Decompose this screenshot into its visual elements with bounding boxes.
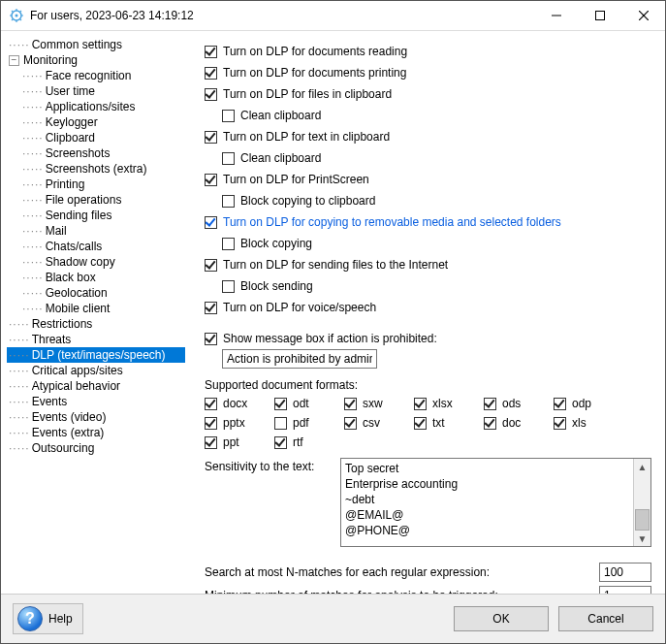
tree-leaf-icon: ····· [9,409,30,425]
tree-item[interactable]: ·····Events (extra) [7,425,185,440]
maximize-button[interactable] [578,2,621,30]
tree-item[interactable]: ·····Sending files [7,208,185,223]
help-button[interactable]: ? Help [13,603,83,634]
tree-toggle-icon[interactable]: − [9,55,19,66]
tree-leaf-icon: ····· [22,68,44,83]
scrollbar[interactable]: ▲ ▼ [633,459,650,546]
sensitivity-item[interactable]: Top secret [345,461,629,476]
minimize-button[interactable] [534,2,578,30]
tree-item[interactable]: ·····Applications/sites [7,99,185,114]
checkbox-format-txt[interactable] [414,417,427,430]
scroll-down-icon[interactable]: ▼ [634,531,650,546]
checkbox-format-xls[interactable] [554,417,566,430]
tree-leaf-icon: ····· [22,145,44,161]
checkbox-dlp-option[interactable] [205,216,217,229]
checkbox-dlp-option[interactable] [205,174,217,186]
sensitivity-list[interactable]: Top secretEnterprise accounting~debt@EMA… [340,458,651,547]
dialog-footer: ? Help OK Cancel [1,594,665,643]
tree-leaf-icon: ····· [22,239,44,254]
checkbox-dlp-suboption[interactable] [222,152,235,165]
sensitivity-item[interactable]: @EMAIL@ [345,507,629,523]
sensitivity-item[interactable]: @PHONE@ [345,523,629,538]
tree-item-label: Outsourcing [32,440,95,456]
tree-leaf-icon: ····· [22,192,44,208]
tree-item[interactable]: ·····Printing [7,177,185,192]
tree-item[interactable]: −Monitoring [7,52,185,68]
tree-item[interactable]: ·····Screenshots [7,145,185,161]
tree-leaf-icon: ····· [9,425,30,440]
checkbox-format-pptx[interactable] [205,417,217,430]
tree-item-label: Common settings [32,37,122,52]
scroll-thumb[interactable] [635,509,650,531]
label-format: pptx [223,416,245,430]
tree-item[interactable]: ·····Threats [7,332,185,347]
tree-leaf-icon: ····· [22,301,44,316]
checkbox-dlp-option[interactable] [205,131,217,144]
label-dlp-option: Turn on DLP for documents reading [223,45,407,58]
prohibited-message-input[interactable] [222,349,377,369]
sensitivity-item[interactable]: Enterprise accounting [345,476,629,492]
n-matches-input[interactable] [599,563,651,582]
label-format: csv [363,416,380,430]
label-format: odp [572,397,591,410]
checkbox-dlp-option[interactable] [205,302,217,314]
checkbox-format-csv[interactable] [344,417,357,430]
label-dlp-suboption: Block copying to clipboard [240,194,375,208]
tree-item[interactable]: ·····Face recognition [7,68,185,83]
checkbox-format-ods[interactable] [484,398,496,410]
tree-item[interactable]: ·····Events (video) [7,409,185,425]
checkbox-format-ppt[interactable] [205,436,217,449]
checkbox-format-odt[interactable] [274,398,287,410]
checkbox-dlp-option[interactable] [205,259,217,272]
checkbox-dlp-suboption[interactable] [222,110,235,122]
checkbox-format-docx[interactable] [205,398,217,410]
tree-item[interactable]: ·····User time [7,83,185,99]
label-dlp-option: Turn on DLP for sending files to the Int… [223,258,448,272]
label-format: pdf [293,416,309,430]
checkbox-show-message[interactable] [205,333,217,345]
ok-button[interactable]: OK [454,606,549,631]
tree-item[interactable]: ·····Critical apps/sites [7,363,185,378]
tree-item-label: Black box [46,270,96,285]
tree-item[interactable]: ·····Clipboard [7,130,185,145]
settings-tree[interactable]: ·····Common settings−Monitoring·····Face… [1,31,187,594]
tree-item-label: Sending files [46,208,112,223]
tree-item[interactable]: ·····Mobile client [7,301,185,316]
checkbox-format-odp[interactable] [554,398,566,410]
tree-item[interactable]: ·····Outsourcing [7,440,185,456]
tree-item-label: Threats [32,332,72,347]
tree-item[interactable]: ·····Restrictions [7,316,185,332]
close-button[interactable] [621,2,665,30]
checkbox-dlp-suboption[interactable] [222,195,235,208]
checkbox-format-xlsx[interactable] [414,398,427,410]
tree-item[interactable]: ·····Keylogger [7,114,185,130]
tree-item[interactable]: ·····Chats/calls [7,239,185,254]
checkbox-dlp-suboption[interactable] [222,238,235,250]
min-matches-input[interactable] [599,586,651,594]
tree-item[interactable]: ·····Mail [7,223,185,239]
tree-item[interactable]: ·····Screenshots (extra) [7,161,185,177]
sensitivity-item[interactable]: ~debt [345,492,629,507]
checkbox-dlp-option[interactable] [205,88,217,101]
tree-item[interactable]: ·····Black box [7,270,185,285]
tree-item[interactable]: ·····Geolocation [7,285,185,301]
tree-item[interactable]: ·····Events [7,394,185,409]
tree-item[interactable]: ·····File operations [7,192,185,208]
svg-rect-3 [595,12,604,20]
checkbox-dlp-option[interactable] [205,46,217,58]
checkbox-format-rtf[interactable] [274,436,287,449]
checkbox-dlp-suboption[interactable] [222,280,235,293]
cancel-button[interactable]: Cancel [558,606,653,631]
tree-item[interactable]: ·····Atypical behavior [7,378,185,394]
scroll-up-icon[interactable]: ▲ [634,459,650,474]
checkbox-format-sxw[interactable] [344,398,357,410]
tree-item[interactable]: ·····Shadow copy [7,254,185,270]
label-formats: Supported document formats: [205,378,651,392]
tree-item[interactable]: ·····Common settings [7,37,185,52]
checkbox-format-doc[interactable] [484,417,496,430]
tree-item[interactable]: ·····DLP (text/images/speech) [7,347,185,363]
checkbox-dlp-option[interactable] [205,67,217,80]
checkbox-format-pdf[interactable] [274,417,287,430]
tree-leaf-icon: ····· [22,83,44,99]
label-dlp-option: Turn on DLP for files in clipboard [223,87,392,101]
